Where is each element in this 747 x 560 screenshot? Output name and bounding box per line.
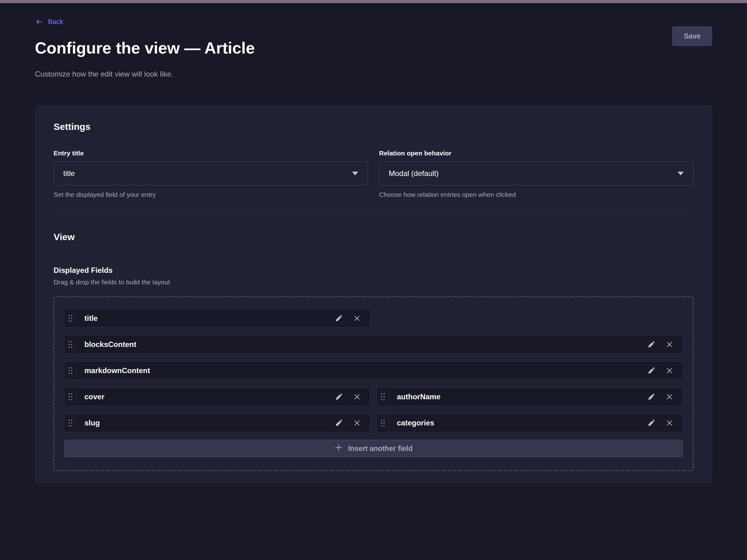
remove-field-button[interactable] xyxy=(350,416,364,430)
remove-field-button[interactable] xyxy=(350,312,364,325)
drag-handle-icon[interactable] xyxy=(65,414,76,432)
drag-handle-icon[interactable] xyxy=(65,309,76,327)
settings-form-row: Entry title title Set the displayed fiel… xyxy=(54,150,693,198)
remove-field-button[interactable] xyxy=(663,390,676,404)
edit-field-button[interactable] xyxy=(332,390,346,404)
relation-behavior-field: Relation open behavior Modal (default) C… xyxy=(379,150,693,198)
drag-handle-icon[interactable] xyxy=(65,336,76,353)
page-content: Back Save Configure the view — Article C… xyxy=(0,3,747,483)
field-card-actions xyxy=(645,416,676,430)
displayed-fields-hint: Drag & drop the fields to build the layo… xyxy=(54,278,693,286)
field-card-label: title xyxy=(84,314,332,323)
field-cell: cover xyxy=(64,388,370,406)
entry-title-field: Entry title title Set the displayed fiel… xyxy=(54,150,368,198)
view-heading: View xyxy=(54,232,693,242)
field-card-label: slug xyxy=(84,419,332,427)
field-card-actions xyxy=(332,312,364,325)
field-card[interactable]: authorName xyxy=(377,388,683,406)
field-rows: title blocksContent xyxy=(64,309,683,432)
back-link[interactable]: Back xyxy=(35,18,63,26)
displayed-fields-dropzone: title blocksContent xyxy=(54,296,693,471)
edit-field-button[interactable] xyxy=(332,312,346,325)
insert-field-button[interactable]: Insert another field xyxy=(64,440,683,457)
edit-field-button[interactable] xyxy=(645,364,658,377)
top-accent-bar xyxy=(0,0,747,3)
field-card-label: cover xyxy=(84,393,332,401)
field-cell: title xyxy=(64,309,370,328)
field-card[interactable]: blocksContent xyxy=(64,335,683,354)
remove-field-button[interactable] xyxy=(663,416,676,430)
chevron-down-icon xyxy=(677,171,684,175)
entry-title-label: Entry title xyxy=(54,150,368,157)
settings-heading: Settings xyxy=(54,122,693,132)
field-card[interactable]: markdownContent xyxy=(64,361,683,380)
remove-field-button[interactable] xyxy=(350,390,364,404)
field-card-actions xyxy=(332,390,364,404)
page-title: Configure the view — Article xyxy=(35,38,712,57)
relation-behavior-hint: Choose how relation entries open when cl… xyxy=(379,191,693,198)
arrow-left-icon xyxy=(35,18,44,26)
field-card[interactable]: slug xyxy=(64,414,370,432)
edit-field-button[interactable] xyxy=(645,416,658,430)
field-cell: blocksContent xyxy=(64,335,683,354)
drag-handle-icon[interactable] xyxy=(377,388,389,406)
field-cell: authorName xyxy=(377,388,683,406)
field-card-actions xyxy=(645,338,676,351)
field-row: title xyxy=(64,309,683,328)
field-card[interactable]: title xyxy=(64,309,370,328)
configuration-panel: Settings Entry title title Set the displ… xyxy=(35,105,712,483)
relation-behavior-select[interactable]: Modal (default) xyxy=(379,161,693,185)
field-card-actions xyxy=(645,390,676,404)
field-cell: categories xyxy=(377,414,683,432)
entry-title-value: title xyxy=(63,169,75,178)
displayed-fields-title: Displayed Fields xyxy=(54,266,693,275)
edit-field-button[interactable] xyxy=(645,390,658,404)
field-card-actions xyxy=(332,416,364,430)
plus-icon xyxy=(334,443,343,454)
relation-behavior-label: Relation open behavior xyxy=(379,150,693,157)
drag-handle-icon[interactable] xyxy=(65,362,76,380)
section-divider xyxy=(54,214,693,214)
field-card-actions xyxy=(645,364,676,377)
chevron-down-icon xyxy=(352,171,358,175)
back-label: Back xyxy=(48,18,63,26)
field-card-label: markdownContent xyxy=(84,366,645,375)
entry-title-hint: Set the displayed field of your entry xyxy=(54,191,368,198)
field-row: cover authorName xyxy=(64,388,683,406)
drag-handle-icon[interactable] xyxy=(377,414,389,432)
field-card-label: authorName xyxy=(397,393,645,401)
field-card-label: categories xyxy=(397,419,645,427)
remove-field-button[interactable] xyxy=(663,364,676,377)
field-card-label: blocksContent xyxy=(84,340,645,349)
entry-title-select[interactable]: title xyxy=(54,161,368,185)
drag-handle-icon[interactable] xyxy=(65,388,76,406)
remove-field-button[interactable] xyxy=(663,338,676,351)
page-subtitle: Customize how the edit view will look li… xyxy=(35,70,712,79)
edit-field-button[interactable] xyxy=(332,416,346,430)
field-card[interactable]: categories xyxy=(377,414,683,432)
field-cell: slug xyxy=(64,414,370,432)
field-row: markdownContent xyxy=(64,361,683,380)
edit-field-button[interactable] xyxy=(645,338,658,351)
field-row: slug categories xyxy=(64,414,683,432)
field-card[interactable]: cover xyxy=(64,388,370,406)
insert-field-label: Insert another field xyxy=(348,445,412,453)
save-button[interactable]: Save xyxy=(672,26,712,46)
field-row: blocksContent xyxy=(64,335,683,354)
field-cell: markdownContent xyxy=(64,361,683,380)
relation-behavior-value: Modal (default) xyxy=(389,169,439,178)
